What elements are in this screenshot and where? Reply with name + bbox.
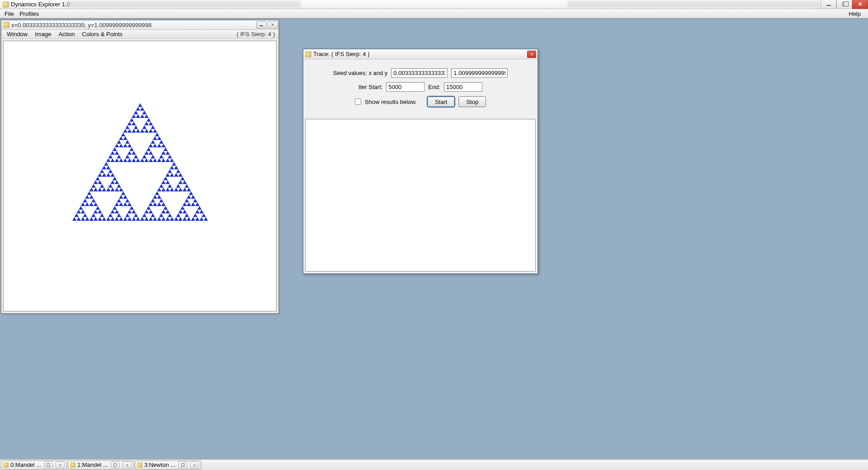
menu-window[interactable]: Window	[3, 30, 31, 38]
dialog-icon	[305, 51, 311, 57]
sierpinski-fractal	[72, 94, 208, 231]
window-restore-button[interactable]	[836, 0, 852, 9]
app-icon	[3, 1, 9, 8]
seed-values-label: Seed values: x and y	[333, 70, 388, 76]
task-restore-button[interactable]	[111, 461, 120, 468]
background-blur	[66, 1, 301, 8]
iter-start-input[interactable]	[386, 82, 425, 92]
taskbar: 0:Mandel ... × 1:Mandel ... × 3:Newton .…	[0, 459, 868, 470]
os-titlebar: Dynamics Explorer 1.0 ×	[0, 0, 868, 9]
child-minimize-button[interactable]	[256, 21, 266, 28]
show-results-checkbox[interactable]	[355, 99, 361, 105]
menu-file[interactable]: File	[2, 9, 17, 18]
background-blur	[567, 1, 821, 8]
window-icon	[137, 462, 142, 468]
fractal-window-menubar: Window Image Action Colors & Points ( IF…	[1, 30, 278, 39]
taskbar-item[interactable]: 3:Newton ... ×	[135, 461, 201, 470]
taskbar-item-label: 1:Mandel ...	[77, 461, 108, 468]
show-results-label: Show results below.	[365, 99, 417, 105]
child-close-button[interactable]: ×	[268, 21, 278, 28]
iter-end-input[interactable]	[444, 82, 482, 92]
app-menubar: File Profiles Help	[0, 9, 868, 19]
menu-action[interactable]: Action	[55, 30, 78, 38]
taskbar-item[interactable]: 0:Mandel ... ×	[1, 461, 67, 470]
fractal-window: x=0.0033333333333333335; y=1.00999999999…	[1, 20, 279, 314]
task-close-button[interactable]: ×	[123, 461, 132, 468]
end-label: End:	[428, 84, 440, 90]
task-restore-button[interactable]	[44, 461, 53, 468]
trace-dialog: Trace: ( IFS Sierp: 4 ) × Seed values: x…	[303, 49, 538, 274]
menu-colors[interactable]: Colors & Points	[79, 30, 127, 38]
taskbar-item-label: 0:Mandel ...	[10, 461, 41, 468]
seed-y-input[interactable]	[451, 68, 508, 78]
trace-dialog-close-button[interactable]: ×	[527, 51, 536, 58]
menu-help[interactable]: Help	[846, 9, 863, 18]
fractal-window-titlebar[interactable]: x=0.0033333333333333335; y=1.00999999999…	[1, 20, 278, 30]
seed-x-input[interactable]	[391, 68, 448, 78]
iter-start-label: Iter Start:	[359, 84, 382, 90]
window-icon	[3, 462, 9, 468]
stop-button[interactable]: Stop	[458, 96, 486, 107]
start-button[interactable]: Start	[427, 96, 455, 107]
taskbar-item-label: 3:Newton ...	[144, 461, 175, 468]
trace-dialog-titlebar[interactable]: Trace: ( IFS Sierp: 4 ) ×	[303, 49, 538, 59]
trace-dialog-body: Seed values: x and y Iter Start: End: Sh…	[303, 59, 538, 116]
trace-dialog-title: Trace: ( IFS Sierp: 4 )	[313, 51, 370, 57]
mdi-area: x=0.0033333333333333335; y=1.00999999999…	[0, 19, 868, 459]
fractal-window-title: x=0.0033333333333333335; y=1.00999999999…	[11, 22, 151, 28]
app-title: Dynamics Explorer 1.0	[11, 1, 70, 8]
fractal-badge: ( IFS Sierp: 4 )	[236, 31, 275, 38]
task-close-button[interactable]: ×	[56, 461, 65, 468]
trace-results-area	[305, 119, 536, 272]
task-close-button[interactable]: ×	[190, 461, 199, 468]
menu-image[interactable]: Image	[31, 30, 55, 38]
fractal-canvas[interactable]	[3, 41, 277, 311]
taskbar-item[interactable]: 1:Mandel ... ×	[68, 461, 134, 470]
task-restore-button[interactable]	[178, 461, 187, 468]
window-icon	[3, 22, 9, 28]
window-close-button[interactable]: ×	[852, 0, 868, 9]
window-icon	[70, 462, 75, 468]
menu-profiles[interactable]: Profiles	[17, 9, 42, 18]
window-minimize-button[interactable]	[821, 0, 836, 9]
